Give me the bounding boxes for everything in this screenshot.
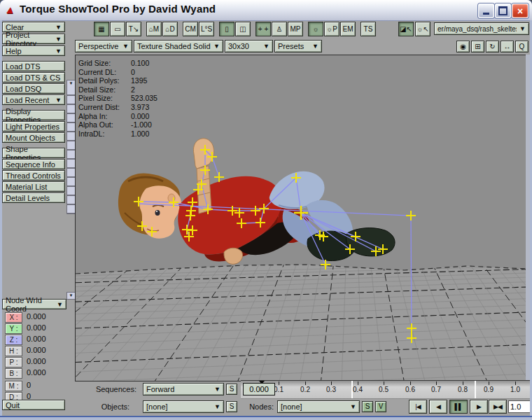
minimize-button[interactable] (478, 4, 494, 18)
sequences-s-button[interactable]: S (226, 384, 237, 395)
coord-value-z: 0.000 (27, 335, 46, 343)
chevron-down-icon: ▼ (55, 36, 62, 43)
node-coord-dropdown[interactable]: Node Wrld Coord▼ (2, 299, 66, 309)
coord-label-h: H : (5, 346, 22, 356)
character-model (118, 139, 395, 265)
paint-cursor-icon[interactable]: ◪↖ (398, 22, 414, 36)
playback-speed-input[interactable] (508, 400, 532, 413)
coord-label-y: Y : (5, 323, 22, 334)
detail-levels-button[interactable]: Detail Levels (2, 192, 65, 203)
grid-icon[interactable]: ▦ (94, 22, 109, 36)
maximize-button[interactable] (495, 4, 511, 18)
em-icon[interactable]: EM (340, 22, 356, 36)
chevron-down-icon: ▼ (214, 403, 220, 410)
monitor-icon[interactable]: ▭ (110, 22, 125, 36)
rotate-tool-icon[interactable]: ↻ (486, 41, 499, 52)
go-start-button[interactable]: |◀ (409, 400, 427, 414)
viewport-stats: Grid Size:0.100 Current DL:0 Detail Poly… (78, 59, 158, 138)
zoom-tool-icon[interactable]: Q (515, 41, 528, 52)
objects-dropdown[interactable]: [none]▼ (143, 400, 224, 413)
ghost-icon[interactable]: ♙ (272, 22, 287, 36)
maximize-icon (498, 6, 507, 15)
file-dropdown[interactable]: er/maya_dsq/rash_skeltest01.dts▼ (434, 22, 529, 35)
material-list-button[interactable]: Material List (2, 181, 65, 192)
load-recent-dropdown[interactable]: Load Recent▼ (2, 94, 65, 105)
lock-d-icon[interactable]: ⌂D (162, 22, 178, 36)
minimize-icon (483, 13, 489, 15)
grid-size-dropdown[interactable]: 30x30▼ (225, 40, 273, 52)
load-dts-cs-button[interactable]: Load DTS & CS (2, 72, 65, 83)
app-window: ▲ Torque ShowTool Pro by David Wyand × C… (0, 0, 532, 420)
play-forward-button[interactable]: ▶ (470, 400, 488, 414)
play-forward-icon: ▶ (477, 403, 481, 410)
move-tool-icon[interactable]: ↔ (500, 41, 514, 52)
menu-project-directory[interactable]: Project Directory▼ (2, 34, 65, 44)
pause-button[interactable]: ▌▌ (449, 400, 468, 414)
timeline[interactable]: 0.1 0.2 0.3 0.4 0.5 0.6 0.7 0.8 0.9 1.0 … (241, 380, 530, 399)
pan-tool-icon[interactable]: ⊞ (471, 41, 484, 52)
window-border-left (0, 20, 2, 416)
app-icon: ▲ (4, 4, 18, 15)
nodes-label: Nodes: (240, 402, 274, 411)
load-dts-button[interactable]: Load DTS (2, 61, 65, 71)
load-dsq-button[interactable]: Load DSQ (2, 83, 65, 94)
viewport[interactable]: Grid Size:0.100 Current DL:0 Detail Poly… (75, 55, 526, 382)
mount-objects-button[interactable]: Mount Objects (2, 132, 65, 143)
render-mode-dropdown[interactable]: Texture Shaded Solid▼ (134, 40, 223, 52)
light-properties-button[interactable]: Light Properties (2, 121, 65, 132)
cylinder-icon[interactable]: ▯ (219, 22, 234, 36)
chevron-down-icon: ▼ (55, 24, 62, 31)
play-reverse-button[interactable]: ◀ (429, 400, 447, 414)
nodes-s-button[interactable]: S (362, 401, 373, 412)
timeline-current-time: 0.000 (243, 383, 275, 396)
orbit-tool-icon[interactable]: ◉ (456, 41, 470, 52)
sequences-label: Sequences: (68, 385, 136, 393)
close-button[interactable]: × (512, 4, 528, 18)
coord-label-m: M : (5, 381, 22, 391)
shape-properties-button[interactable]: Shape Properties (2, 148, 65, 158)
pages-icon[interactable]: ◫ (235, 22, 251, 36)
chevron-down-icon: ▼ (214, 43, 220, 50)
lock-m-icon[interactable]: ⌂M (146, 22, 162, 36)
coord-label-p: P : (5, 357, 22, 368)
chevron-down-icon: ▼ (263, 43, 270, 50)
light-rays-icon[interactable]: ☼ (308, 22, 323, 36)
ground-grid (76, 265, 526, 381)
presets-dropdown[interactable]: Presets▼ (274, 40, 322, 52)
window-border-bottom (0, 416, 532, 420)
menu-help[interactable]: Help▼ (2, 46, 65, 56)
chevron-down-icon: ▼ (214, 386, 220, 393)
ping-pong-icon: ▶◀ (493, 403, 502, 410)
coord-value-p: 0.000 (27, 357, 46, 365)
coord-label-x: X : (5, 312, 22, 323)
thread-controls-button[interactable]: Thread Controls (2, 170, 65, 181)
los-icon[interactable]: L°S (199, 22, 214, 36)
mp-icon[interactable]: MP (288, 22, 303, 36)
node-markers-icon[interactable]: + + (255, 22, 271, 36)
light-cursor-icon[interactable]: ☼↖ (415, 22, 430, 36)
coord-label-b: B : (5, 368, 22, 379)
camera-mode-dropdown[interactable]: Perspective▼ (75, 40, 132, 52)
coord-value-y: 0.000 (27, 323, 46, 332)
objects-s-button[interactable]: S (226, 401, 237, 412)
lp-bulb-icon[interactable]: ☼P (324, 22, 340, 36)
chevron-down-icon: ▼ (350, 403, 356, 410)
coord-value-x: 0.000 (27, 312, 46, 321)
cm-icon[interactable]: CM (183, 22, 198, 36)
pose-tool-icon[interactable]: T↘ (126, 22, 141, 36)
sequences-dropdown[interactable]: Forward▼ (143, 383, 224, 396)
nodes-v-button[interactable]: V (375, 401, 386, 412)
chevron-down-icon: ▼ (122, 43, 129, 50)
nodes-dropdown[interactable]: [none]▼ (277, 400, 360, 413)
sequence-info-button[interactable]: Sequence Info (2, 159, 65, 169)
window-title: Torque ShowTool Pro by David Wyand (20, 3, 216, 15)
pause-icon: ▌▌ (455, 403, 463, 410)
quit-button[interactable]: Quit (2, 400, 65, 410)
chevron-down-icon: ▼ (519, 25, 526, 32)
ts-icon[interactable]: TS (360, 22, 376, 36)
title-bar[interactable]: ▲ Torque ShowTool Pro by David Wyand × (0, 0, 532, 21)
chevron-down-icon: ▼ (55, 97, 62, 104)
ping-pong-button[interactable]: ▶◀ (489, 400, 507, 414)
display-properties-button[interactable]: Display Properties (2, 110, 65, 120)
coord-value-b: 0.000 (27, 368, 46, 377)
